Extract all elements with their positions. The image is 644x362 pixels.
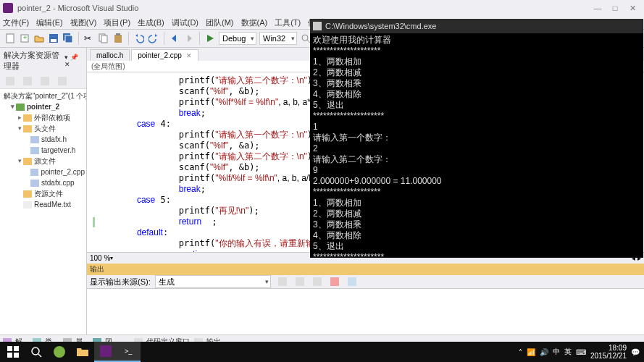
open-icon[interactable] [33, 33, 45, 44]
output-next-icon[interactable] [311, 276, 323, 287]
solution-tree[interactable]: 解决方案"pointer_2"(1 个项目) ▾pointer_2 ▸外部依赖项… [0, 89, 86, 211]
svg-rect-21 [330, 277, 339, 286]
svg-point-27 [32, 348, 39, 355]
svg-rect-16 [41, 77, 49, 85]
copy-icon[interactable] [98, 33, 109, 44]
start-debug-icon[interactable] [204, 33, 216, 44]
output-prev-icon[interactable] [294, 276, 306, 287]
maximize-button[interactable]: □ [606, 4, 624, 12]
menu-view[interactable]: 视图(V) [70, 17, 97, 28]
project-node[interactable]: ▾pointer_2 [1, 101, 85, 112]
svg-rect-14 [6, 77, 14, 85]
svg-rect-18 [278, 277, 287, 286]
tray-keyboard-icon[interactable]: ⌨ [576, 348, 586, 356]
task-vs[interactable] [94, 342, 117, 362]
svg-text:✂: ✂ [84, 33, 91, 43]
menu-build[interactable]: 生成(B) [138, 17, 164, 28]
paste-icon[interactable] [112, 33, 124, 44]
tab-pointer[interactable]: pointer_2.cpp✕ [131, 49, 198, 61]
svg-rect-4 [51, 39, 57, 42]
undo-icon[interactable] [133, 33, 145, 44]
console-title: C:\Windows\system32\cmd.exe [325, 22, 436, 30]
tab-malloc[interactable]: malloc.h [90, 49, 130, 61]
cut-icon[interactable]: ✂ [83, 33, 95, 44]
console-title-bar[interactable]: C:\Windows\system32\cmd.exe [310, 19, 643, 33]
close-button[interactable]: ✕ [624, 4, 641, 13]
svg-rect-11 [116, 33, 120, 35]
system-tray[interactable]: ˄ 📶 🔊 中 英 ⌨ 18:09 2015/12/21 💬 [519, 344, 643, 360]
file-pointer-cpp[interactable]: pointer_2.cpp [1, 167, 85, 177]
file-targetver-h[interactable]: targetver.h [1, 145, 85, 156]
svg-rect-0 [7, 34, 14, 43]
output-find-icon[interactable] [277, 276, 288, 287]
task-cmd[interactable]: >_ [117, 342, 141, 362]
output-wrap-icon[interactable] [346, 276, 358, 287]
menu-debug[interactable]: 调试(D) [172, 17, 198, 28]
svg-text:+: + [23, 34, 27, 41]
solution-toolbar [0, 74, 86, 89]
refresh-icon[interactable] [22, 75, 33, 87]
output-body[interactable] [87, 288, 644, 334]
task-explorer[interactable] [71, 342, 94, 362]
svg-rect-30 [100, 345, 112, 357]
tray-chevron-icon[interactable]: ˄ [519, 348, 522, 356]
properties-icon[interactable] [57, 75, 68, 87]
svg-line-28 [38, 354, 41, 357]
tab-close-icon[interactable]: ✕ [186, 52, 192, 59]
solution-explorer-title: 解决方案资源管理器 ▾ 📌 ✕ [0, 48, 86, 74]
svg-rect-19 [296, 277, 304, 286]
config-combo[interactable]: Debug [219, 32, 256, 45]
svg-rect-22 [348, 277, 356, 286]
task-browser[interactable] [48, 342, 71, 362]
ime-mode[interactable]: 英 [564, 347, 572, 357]
svg-text:>_: >_ [125, 348, 133, 355]
tray-volume-icon[interactable]: 🔊 [540, 348, 548, 356]
search-button[interactable] [25, 342, 48, 362]
output-clear-icon[interactable] [329, 276, 340, 287]
menu-team[interactable]: 团队(M) [206, 17, 234, 28]
new-project-icon[interactable] [4, 33, 16, 44]
console-window[interactable]: C:\Windows\system32\cmd.exe 欢迎使用我的计算器 **… [310, 19, 643, 258]
ime-lang[interactable]: 中 [553, 347, 560, 357]
file-stdafx-cpp[interactable]: stdafx.cpp [1, 177, 85, 188]
svg-rect-26 [14, 353, 19, 358]
notifications-icon[interactable]: 💬 [631, 348, 640, 356]
svg-point-12 [302, 35, 308, 41]
output-filter-label: 显示输出来源(S): [90, 277, 151, 287]
start-button[interactable] [1, 342, 25, 362]
svg-point-29 [54, 346, 65, 358]
svg-rect-9 [101, 35, 107, 43]
resources-node[interactable]: 资源文件 [1, 188, 85, 199]
pin-icon[interactable]: ▾ 📌 ✕ [64, 54, 83, 68]
home-icon[interactable] [4, 75, 16, 87]
menu-data[interactable]: 数据(A) [241, 17, 268, 28]
file-readme[interactable]: ReadMe.txt [1, 199, 85, 210]
menu-project[interactable]: 项目(P) [104, 17, 130, 28]
menu-edit[interactable]: 编辑(E) [36, 17, 63, 28]
nav-back-icon[interactable] [169, 33, 180, 44]
save-icon[interactable] [48, 33, 59, 44]
svg-rect-6 [65, 35, 72, 43]
sources-node[interactable]: ▾源文件 [1, 156, 85, 167]
svg-rect-10 [114, 35, 122, 43]
svg-rect-23 [7, 346, 12, 351]
redo-icon[interactable] [148, 33, 159, 44]
file-stdafx-h[interactable]: stdafx.h [1, 134, 85, 145]
nav-fwd-icon[interactable] [183, 33, 195, 44]
tray-network-icon[interactable]: 📶 [527, 348, 535, 356]
output-source-combo[interactable]: 生成 [155, 275, 271, 288]
clock[interactable]: 18:09 2015/12/21 [590, 344, 627, 360]
console-output: 欢迎使用我的计算器 ******************** 1、两数相加 2、… [310, 33, 643, 264]
menu-tools[interactable]: 工具(T) [275, 17, 301, 28]
solution-root[interactable]: 解决方案"pointer_2"(1 个项目) [1, 90, 85, 101]
show-all-icon[interactable] [39, 75, 51, 87]
ext-deps-node[interactable]: ▸外部依赖项 [1, 112, 85, 123]
cmd-icon [313, 22, 322, 30]
svg-rect-20 [313, 277, 322, 286]
add-item-icon[interactable]: + [19, 33, 30, 44]
save-all-icon[interactable] [62, 33, 74, 44]
minimize-button[interactable]: ― [589, 4, 606, 12]
platform-combo[interactable]: Win32 [259, 32, 297, 45]
headers-node[interactable]: ▾头文件 [1, 123, 85, 134]
menu-file[interactable]: 文件(F) [3, 17, 29, 28]
